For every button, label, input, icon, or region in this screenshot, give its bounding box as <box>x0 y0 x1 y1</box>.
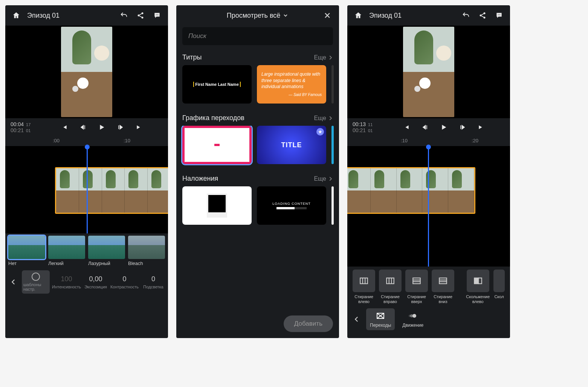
overlay-card-peek[interactable] <box>331 186 334 225</box>
step-fwd-icon[interactable] <box>115 122 126 133</box>
step-fwd-icon[interactable] <box>457 122 468 133</box>
project-title: Эпизод 01 <box>27 12 113 20</box>
transition-card[interactable] <box>182 126 252 164</box>
svg-point-3 <box>156 15 157 15</box>
svg-rect-16 <box>474 278 478 283</box>
topbar: Эпизод 01 <box>347 5 510 26</box>
project-title: Эпизод 01 <box>369 12 455 20</box>
play-icon[interactable] <box>96 122 107 133</box>
presets-button[interactable]: шаблоны настр. <box>22 270 50 294</box>
comment-icon[interactable] <box>151 10 163 21</box>
more-button[interactable]: Еще <box>314 175 333 182</box>
home-icon[interactable] <box>353 10 364 21</box>
share-icon[interactable] <box>135 10 146 21</box>
svg-point-9 <box>498 15 499 15</box>
section-titles: Титры Еще <box>176 50 339 65</box>
svg-point-10 <box>499 15 499 15</box>
mode-transitions[interactable]: Переходы <box>366 308 395 330</box>
video-preview[interactable] <box>5 26 168 118</box>
svg-rect-13 <box>386 278 394 283</box>
transitions-icon <box>375 311 386 321</box>
video-preview[interactable] <box>347 26 510 118</box>
playhead[interactable] <box>428 146 429 267</box>
transition-item[interactable]: Скольжение влево <box>466 270 490 304</box>
transition-item[interactable]: Скол <box>493 270 505 304</box>
playhead[interactable] <box>87 146 88 233</box>
transport-bar: 00:1311 00:2101 <box>347 118 510 136</box>
transition-strip: Стирание влево Стирание вправо Стирание … <box>347 267 510 307</box>
svg-point-1 <box>138 15 140 17</box>
back-icon[interactable] <box>8 276 20 288</box>
transition-item[interactable]: Стирание вниз <box>432 270 454 304</box>
share-icon[interactable] <box>477 10 488 21</box>
svg-point-6 <box>484 12 486 14</box>
svg-point-21 <box>409 315 411 317</box>
overlay-card[interactable] <box>182 186 252 225</box>
svg-point-11 <box>500 15 501 15</box>
adj-highlights[interactable]: 0Подсветка <box>141 275 166 289</box>
undo-icon[interactable] <box>118 10 130 21</box>
transition-item[interactable]: Стирание влево <box>353 270 375 304</box>
svg-rect-17 <box>478 278 482 283</box>
svg-rect-15 <box>439 278 447 283</box>
svg-rect-14 <box>413 278 420 283</box>
svg-point-4 <box>157 15 157 15</box>
star-icon: ★ <box>316 128 324 136</box>
svg-point-0 <box>142 12 144 14</box>
goto-start-icon[interactable] <box>401 122 411 133</box>
timeline-clip[interactable] <box>347 167 475 214</box>
adj-contrast[interactable]: 0Контрастность <box>110 275 139 289</box>
transport-bar: 00:0417 00:2101 <box>5 118 168 136</box>
play-icon[interactable] <box>438 122 449 133</box>
section-overlays: Наложения Еще <box>176 171 339 186</box>
mode-row: Переходы Движение <box>347 307 510 331</box>
adj-intensity[interactable]: 100Интенсивность <box>52 275 81 289</box>
transition-card-peek[interactable] <box>331 126 334 164</box>
filter-item[interactable]: Нет <box>8 236 45 267</box>
section-transitions: Графика переходов Еще <box>176 110 339 126</box>
timeline[interactable] <box>347 146 510 267</box>
svg-point-8 <box>484 17 486 18</box>
title-card[interactable]: Large inspirational quote with three sep… <box>257 65 326 104</box>
svg-point-7 <box>480 15 482 17</box>
adjustments-bar: шаблоны настр. 100Интенсивность 0,00Эксп… <box>5 270 168 294</box>
more-button[interactable]: Еще <box>314 115 333 122</box>
timeline[interactable] <box>5 146 168 233</box>
add-button[interactable]: Добавить <box>284 315 333 332</box>
transition-item[interactable]: Стирание вверх <box>405 270 428 304</box>
transition-card[interactable]: TITLE★ <box>257 126 326 164</box>
svg-point-5 <box>158 15 159 15</box>
title-card-peek[interactable] <box>331 65 334 104</box>
editor-screen-filters: Эпизод 01 00:0417 00:2101 :00 :10 Нет Ле… <box>5 5 168 338</box>
title-card[interactable]: First Name Last Name <box>182 65 252 104</box>
filter-item[interactable]: Лазурный <box>88 236 125 267</box>
filter-item[interactable]: Легкий <box>48 236 85 267</box>
adj-exposure[interactable]: 0,00Экспозиция <box>83 275 108 289</box>
chevron-down-icon[interactable] <box>283 12 289 18</box>
overlay-card[interactable]: LOADING CONTENT <box>257 186 326 225</box>
undo-icon[interactable] <box>460 10 472 21</box>
transition-item[interactable]: Стирание вправо <box>379 270 402 304</box>
goto-start-icon[interactable] <box>59 122 69 133</box>
goto-end-icon[interactable] <box>134 122 145 133</box>
timecode: 00:1311 00:2101 <box>353 121 383 133</box>
timecode: 00:0417 00:2101 <box>11 121 41 133</box>
filter-item[interactable]: Bleach <box>128 236 165 267</box>
home-icon[interactable] <box>11 10 22 21</box>
comment-icon[interactable] <box>493 10 505 21</box>
panel-title[interactable]: Просмотреть всё <box>227 12 281 20</box>
browse-all-screen: Просмотреть всё Поиск Титры Еще First Na… <box>176 5 339 338</box>
filter-strip: Нет Легкий Лазурный Bleach <box>5 233 168 270</box>
goto-end-icon[interactable] <box>476 122 487 133</box>
panel-header: Просмотреть всё <box>176 5 339 26</box>
more-button[interactable]: Еще <box>314 54 333 61</box>
step-back-icon[interactable] <box>78 122 88 133</box>
topbar: Эпизод 01 <box>5 5 168 26</box>
mode-motion[interactable]: Движение <box>399 308 427 330</box>
close-icon[interactable] <box>322 10 333 21</box>
timeline-clip[interactable] <box>55 167 168 214</box>
motion-icon <box>408 311 418 321</box>
back-icon[interactable] <box>351 314 362 325</box>
search-input[interactable]: Поиск <box>182 27 333 45</box>
step-back-icon[interactable] <box>420 122 430 133</box>
